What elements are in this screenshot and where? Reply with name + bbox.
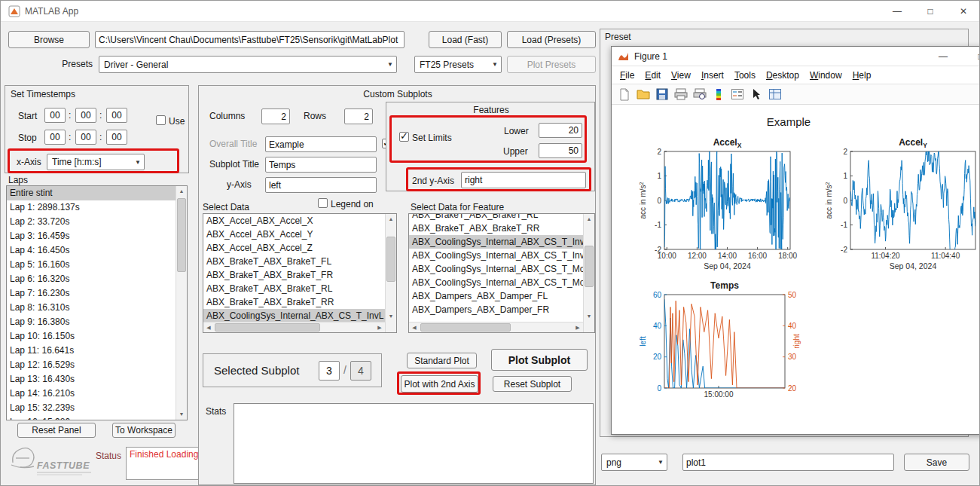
scroll-down-icon[interactable]: ▼ xyxy=(386,311,396,322)
x-axis-dropdown[interactable]: Time [h:m:s] ▼ xyxy=(47,154,145,170)
lower-field[interactable] xyxy=(539,123,582,138)
scroll-up-icon[interactable]: ▲ xyxy=(584,214,594,225)
scroll-up-icon[interactable]: ▲ xyxy=(386,214,396,225)
select-data-vscroll[interactable]: ▲ ▼ xyxy=(385,214,396,332)
list-item[interactable]: Lap 16: 15.980s xyxy=(7,415,176,420)
plot-subplot-button[interactable]: Plot Subplot xyxy=(491,349,588,371)
list-item[interactable]: Lap 6: 16.320s xyxy=(7,272,176,286)
scroll-down-icon[interactable]: ▼ xyxy=(176,409,187,420)
list-item[interactable]: ABX_CoolingSys_Internal_ABX_CS_T_Mo xyxy=(409,276,583,289)
save-button[interactable]: Save xyxy=(904,454,969,471)
menu-edit[interactable]: Edit xyxy=(640,69,666,82)
preset-dropdown[interactable]: Driver - General ▼ xyxy=(99,56,397,73)
list-item[interactable]: ABX_Dampers_ABX_Damper_FL xyxy=(409,289,583,303)
select-data-hscroll[interactable]: ◀ ▶ xyxy=(203,322,385,332)
load-presets-button[interactable]: Load (Presets) xyxy=(507,31,596,48)
list-item[interactable]: ABX_CoolingSys_Internal_ABX_CS_T_InvR xyxy=(409,249,583,262)
columns-field[interactable] xyxy=(261,109,290,124)
plot-with-2nd-axis-button[interactable]: Plot with 2nd Axis xyxy=(401,375,478,393)
list-item[interactable]: ABX_Accel_ABX_Accel_Z xyxy=(203,241,385,255)
list-item[interactable]: Lap 10: 16.150s xyxy=(7,329,176,344)
select-data-list[interactable]: ABX_Accel_ABX_Accel_XABX_Accel_ABX_Accel… xyxy=(203,213,397,333)
browse-button[interactable]: Browse xyxy=(8,31,90,48)
legend-checkbox[interactable] xyxy=(318,198,328,208)
insert-colorbar-icon[interactable] xyxy=(710,87,726,102)
list-item[interactable]: Lap 9: 16.380s xyxy=(7,315,176,329)
list-item[interactable]: ABX_BrakeT_ABX_BrakeT_RL xyxy=(203,282,385,295)
list-item[interactable]: Lap 14: 16.210s xyxy=(7,387,176,401)
menu-window[interactable]: Window xyxy=(804,69,847,82)
close-button[interactable]: ✕ xyxy=(947,1,980,22)
feature-hscroll[interactable]: ◀ ▶ xyxy=(409,322,583,332)
property-inspector-icon[interactable] xyxy=(767,87,783,102)
plot-presets-button[interactable]: Plot Presets xyxy=(507,56,596,73)
list-item[interactable]: Lap 7: 16.230s xyxy=(7,286,176,301)
filename-input[interactable] xyxy=(682,454,894,471)
list-item[interactable]: ABX_Accel_ABX_Accel_Y xyxy=(203,228,385,241)
list-item[interactable]: Lap 8: 16.310s xyxy=(7,301,176,315)
menu-file[interactable]: File xyxy=(615,69,640,82)
subplot-title-field[interactable] xyxy=(265,157,377,173)
scroll-down-icon[interactable]: ▼ xyxy=(584,311,594,322)
menu-insert[interactable]: Insert xyxy=(696,69,729,82)
reset-panel-button[interactable]: Reset Panel xyxy=(17,423,96,438)
list-item[interactable]: ABX_CoolingSys_Internal_ABX_CS_T_Mo xyxy=(409,262,583,276)
menu-tools[interactable]: Tools xyxy=(729,69,761,82)
rows-field[interactable] xyxy=(344,109,373,124)
use-checkbox[interactable] xyxy=(156,115,166,125)
list-item[interactable]: Lap 13: 16.430s xyxy=(7,372,176,387)
format-dropdown[interactable]: png ▼ xyxy=(601,454,667,471)
path-input[interactable] xyxy=(95,31,405,48)
reset-subplot-button[interactable]: Reset Subplot xyxy=(493,376,572,392)
start-h-field[interactable] xyxy=(44,108,66,123)
feature-data-list[interactable]: ABX_BrakeT_ABX_BrakeT_RLABX_BrakeT_ABX_B… xyxy=(408,213,595,333)
list-item[interactable]: ABX_BrakeT_ABX_BrakeT_FL xyxy=(203,255,385,268)
list-item[interactable]: Entire stint xyxy=(7,186,176,200)
scroll-thumb[interactable] xyxy=(386,237,395,282)
ft25-presets-dropdown[interactable]: FT25 Presets ▼ xyxy=(414,56,502,73)
list-item[interactable]: ABX_BrakeT_ABX_BrakeT_FR xyxy=(203,268,385,282)
scroll-thumb[interactable] xyxy=(177,198,186,272)
overall-title-field[interactable] xyxy=(265,136,377,152)
list-item[interactable]: ABX_Dampers_ABX_Damper_FR xyxy=(409,303,583,316)
scroll-thumb[interactable] xyxy=(585,246,594,287)
start-s-field[interactable] xyxy=(106,108,127,123)
list-item[interactable]: ABX_CoolingSys_Internal_ABX_CS_T_InvL xyxy=(409,235,583,249)
figure-minimize-button[interactable]: — xyxy=(927,47,960,66)
list-item[interactable]: Lap 2: 33.720s xyxy=(7,215,176,229)
list-item[interactable]: Lap 11: 16.641s xyxy=(7,344,176,358)
list-item[interactable]: ABX_Accel_ABX_Accel_X xyxy=(203,214,385,228)
y-axis-field[interactable] xyxy=(265,177,377,193)
list-item[interactable]: Lap 4: 16.450s xyxy=(7,243,176,258)
second-y-axis-field[interactable] xyxy=(461,172,586,188)
menu-desktop[interactable]: Desktop xyxy=(761,69,804,82)
scroll-up-icon[interactable]: ▲ xyxy=(176,186,187,197)
print-figure-icon[interactable] xyxy=(673,87,688,102)
menu-help[interactable]: Help xyxy=(847,69,877,82)
feature-vscroll[interactable]: ▲ ▼ xyxy=(583,214,594,332)
figure-maximize-button[interactable]: □ xyxy=(964,47,980,66)
list-item[interactable]: Lap 5: 16.160s xyxy=(7,258,176,272)
minimize-button[interactable]: — xyxy=(881,1,914,22)
list-item[interactable]: Lap 3: 16.459s xyxy=(7,229,176,243)
stop-m-field[interactable] xyxy=(75,130,96,145)
load-fast-button[interactable]: Load (Fast) xyxy=(429,31,502,48)
menu-view[interactable]: View xyxy=(666,69,696,82)
start-m-field[interactable] xyxy=(75,108,96,123)
scroll-right-icon[interactable]: ▶ xyxy=(572,322,583,332)
scroll-left-icon[interactable]: ◀ xyxy=(409,322,420,332)
selected-subplot-field[interactable] xyxy=(319,361,340,381)
to-workspace-button[interactable]: To Workspace xyxy=(112,423,176,438)
stop-s-field[interactable] xyxy=(106,130,127,145)
new-figure-icon[interactable] xyxy=(616,87,632,102)
laps-scrollbar[interactable]: ▲ ▼ xyxy=(176,186,187,420)
list-item[interactable]: Lap 15: 32.239s xyxy=(7,401,176,415)
open-file-icon[interactable] xyxy=(635,87,651,102)
upper-field[interactable] xyxy=(539,143,582,158)
print-preview-icon[interactable] xyxy=(691,87,707,102)
save-figure-icon[interactable] xyxy=(654,87,670,102)
list-item[interactable]: ABX_BrakeT_ABX_BrakeT_RR xyxy=(203,295,385,309)
scroll-right-icon[interactable]: ▶ xyxy=(374,322,385,332)
scroll-left-icon[interactable]: ◀ xyxy=(203,322,214,332)
list-item[interactable]: Lap 12: 16.529s xyxy=(7,358,176,372)
